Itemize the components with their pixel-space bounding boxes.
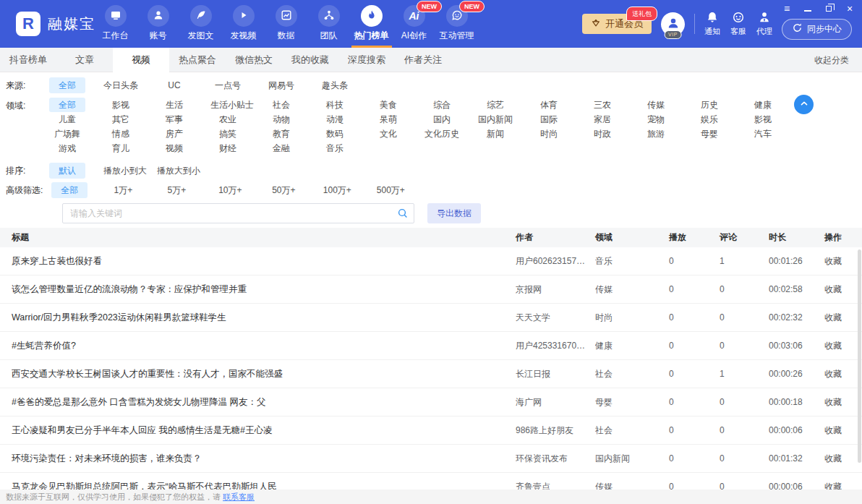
filter-chip[interactable]: 综合 <box>415 98 469 112</box>
filter-chip[interactable]: 时尚 <box>522 127 576 141</box>
filter-chip[interactable]: 播放小到大 <box>94 163 148 179</box>
video-title[interactable]: 王心凌疑和男友已分手半年本人回应 我的感情生活是无糖#王心凌 <box>12 424 516 437</box>
filter-chip[interactable]: 50万+ <box>257 182 310 198</box>
favorite-button[interactable]: 收藏 <box>824 396 862 409</box>
filter-chip[interactable]: 农业 <box>201 112 255 127</box>
sync-center-button[interactable]: 同步中心 <box>782 19 852 40</box>
filter-chip[interactable]: 宠物 <box>629 112 683 127</box>
search-input[interactable] <box>62 203 414 223</box>
filter-chip[interactable]: 1万+ <box>96 182 150 198</box>
favorite-button[interactable]: 收藏 <box>824 283 862 296</box>
window-button[interactable]: × <box>845 3 855 14</box>
window-button[interactable] <box>803 3 813 14</box>
filter-chip[interactable]: UC <box>148 77 201 93</box>
video-title[interactable]: 环境污染责任：对未来环境的损害，谁来负责？ <box>12 453 516 465</box>
filter-chip[interactable]: 视频 <box>148 141 201 155</box>
filter-chip[interactable]: 体育 <box>522 98 576 112</box>
filter-chip[interactable]: 5万+ <box>150 182 203 198</box>
filter-chip[interactable]: 生活小贴士 <box>201 98 255 112</box>
header-action[interactable]: 通知 <box>704 11 720 37</box>
export-data-button[interactable]: 导出数据 <box>427 203 481 223</box>
filter-chip[interactable]: 财经 <box>201 141 255 155</box>
nav-item[interactable]: 发视频 <box>222 0 265 48</box>
filter-chip[interactable]: 旅游 <box>629 127 683 141</box>
favorite-button[interactable]: 收藏 <box>824 368 862 380</box>
nav-item[interactable]: 发图文 <box>179 0 222 48</box>
filter-chip[interactable]: 默认 <box>40 163 94 179</box>
header-action[interactable]: 代理 <box>756 11 772 37</box>
tab[interactable]: 视频 <box>113 48 169 72</box>
video-title[interactable]: #爸爸的爱总是那么意外 口含雪糕为发烧女儿物理降温 网友：父 <box>12 396 516 409</box>
filter-chip[interactable]: 娱乐 <box>683 112 736 127</box>
filter-chip[interactable]: 生活 <box>148 98 201 112</box>
video-title[interactable]: 西安交通大学校长王树国谈人才的重要性：没有人才，国家不能强盛 <box>12 368 516 380</box>
window-button[interactable] <box>824 3 834 14</box>
filter-chip[interactable]: 汽车 <box>736 127 790 141</box>
search-icon[interactable] <box>397 208 409 221</box>
filter-chip[interactable]: 动物 <box>255 112 308 127</box>
filter-chip[interactable]: 科技 <box>308 98 362 112</box>
filter-chip[interactable]: 呆萌 <box>362 112 415 127</box>
filter-chip[interactable]: 文化 <box>362 127 415 141</box>
avatar[interactable]: VIP <box>661 12 685 36</box>
filter-chip[interactable]: 国内新闻 <box>469 112 522 127</box>
favorite-button[interactable]: 收藏 <box>824 340 862 352</box>
filter-chip[interactable]: 美食 <box>362 98 415 112</box>
app-logo[interactable]: R 融媒宝 <box>0 12 93 36</box>
filter-chip[interactable]: 网易号 <box>255 77 308 93</box>
filter-chip[interactable]: 情感 <box>94 127 148 141</box>
tab[interactable]: 我的收藏 <box>282 48 338 72</box>
filter-chip[interactable]: 全部 <box>40 77 94 93</box>
filter-chip[interactable]: 10万+ <box>203 182 257 198</box>
tab[interactable]: 深度搜索 <box>338 48 395 72</box>
filter-chip[interactable]: 全部 <box>40 98 94 112</box>
filter-chip[interactable]: 三农 <box>576 98 629 112</box>
collapse-categories-button[interactable]: 收起分类 <box>814 48 862 72</box>
filter-chip[interactable]: 房产 <box>148 127 201 141</box>
filter-chip[interactable]: 文化历史 <box>415 127 469 141</box>
filter-chip[interactable]: 影视 <box>736 112 790 127</box>
filter-chip[interactable]: 100万+ <box>310 182 364 198</box>
filter-chip[interactable]: 国内 <box>415 112 469 127</box>
video-title[interactable]: 原来穿上古装也很好看 <box>12 255 516 268</box>
filter-chip[interactable]: 军事 <box>148 112 201 127</box>
window-button[interactable]: ≡ <box>782 3 792 14</box>
filter-chip[interactable]: 新闻 <box>469 127 522 141</box>
filter-chip[interactable]: 趣头条 <box>308 77 362 93</box>
tab[interactable]: 文章 <box>56 48 113 72</box>
favorite-button[interactable]: 收藏 <box>824 453 862 465</box>
filter-chip[interactable]: 育儿 <box>94 141 148 155</box>
filter-chip[interactable]: 动漫 <box>308 112 362 127</box>
filter-chip[interactable]: 健康 <box>736 98 790 112</box>
filter-chip[interactable]: 广场舞 <box>40 127 94 141</box>
video-title[interactable]: 该怎么管理数量近亿的流浪动物？专家：应保护和管理并重 <box>12 283 516 296</box>
nav-item[interactable]: NEW Ai AI创作 <box>393 0 435 48</box>
favorite-button[interactable]: 收藏 <box>824 312 862 324</box>
filter-chip[interactable]: 历史 <box>683 98 736 112</box>
tab[interactable]: 抖音榜单 <box>0 48 56 72</box>
tab[interactable]: 作者关注 <box>395 48 451 72</box>
tab[interactable]: 微信热文 <box>226 48 282 72</box>
nav-item[interactable]: 团队 <box>307 0 350 48</box>
filter-chip[interactable]: 国际 <box>522 112 576 127</box>
video-title[interactable]: #生蚝营养价值? <box>12 340 516 352</box>
filter-chip[interactable]: 500万+ <box>364 182 417 198</box>
filter-chip[interactable]: 教育 <box>255 127 308 141</box>
filter-chip[interactable]: 社会 <box>255 98 308 112</box>
filter-chip[interactable]: 时政 <box>576 127 629 141</box>
favorite-button[interactable]: 收藏 <box>824 255 862 268</box>
filter-chip[interactable]: 影视 <box>94 98 148 112</box>
filter-chip[interactable]: 家居 <box>576 112 629 127</box>
filter-chip[interactable]: 母婴 <box>683 127 736 141</box>
filter-chip[interactable]: 播放大到小 <box>148 163 201 179</box>
filter-chip[interactable]: 音乐 <box>308 141 362 155</box>
scroll-top-button[interactable] <box>794 95 814 114</box>
nav-item[interactable]: 数据 <box>265 0 307 48</box>
header-action[interactable]: 客服 <box>730 11 746 37</box>
filter-chip[interactable]: 其它 <box>94 112 148 127</box>
filter-chip[interactable]: 金融 <box>255 141 308 155</box>
tab[interactable]: 热点聚合 <box>169 48 226 72</box>
filter-chip[interactable]: 一点号 <box>201 77 255 93</box>
filter-chip[interactable]: 今日头条 <box>94 77 148 93</box>
nav-item[interactable]: 工作台 <box>94 0 137 48</box>
